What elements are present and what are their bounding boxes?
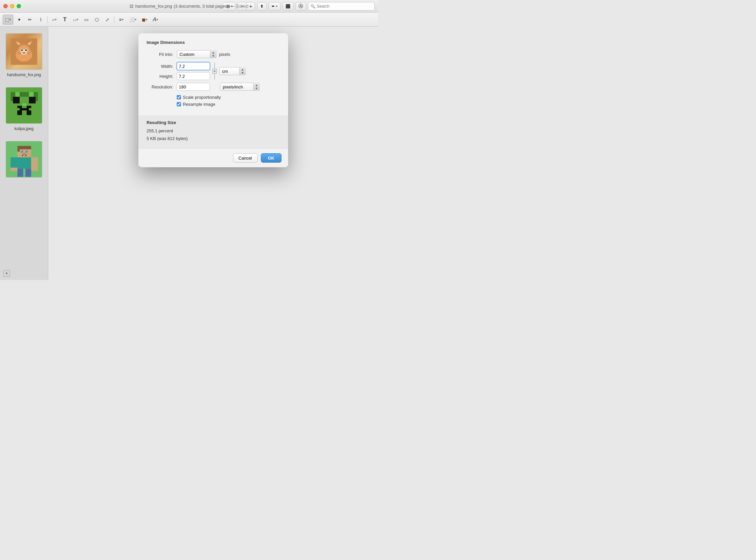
toolbar-separator-1 (47, 16, 47, 23)
ok-button[interactable]: OK (261, 153, 282, 163)
resolution-unit-select[interactable]: pixels/inch pixels/cm (220, 83, 260, 91)
fill-color-button[interactable]: ◼ ▾ (140, 15, 150, 25)
svg-rect-43 (25, 151, 27, 153)
fit-into-label: Fit into: (147, 52, 173, 57)
fit-into-select-wrapper: Custom Original Size Screen A4 Letter ▲▼ (177, 50, 217, 58)
transform-icon: ⤢ (105, 17, 110, 22)
dialog-footer: Cancel OK (138, 148, 288, 167)
add-document-button[interactable]: + (3, 270, 10, 277)
fill-arrow-icon: ▾ (146, 18, 148, 21)
color-fill-button[interactable]: ⬡ (92, 15, 101, 25)
sig-arrow-icon: ▾ (77, 18, 78, 21)
svg-rect-38 (17, 146, 31, 149)
content-area: Image Dimensions Fit into: Custom Origin… (48, 26, 378, 280)
unit-select-wrapper: cm mm inches pixels ▲▼ (219, 67, 246, 75)
magic-wand-button[interactable]: ✦ (15, 15, 24, 25)
resample-image-checkbox[interactable] (177, 102, 181, 106)
svg-rect-56 (214, 70, 216, 72)
signature-button[interactable]: ⌓ ▾ (71, 15, 80, 25)
svg-rect-25 (17, 106, 22, 108)
font-button[interactable]: A ▾ (151, 15, 160, 25)
cancel-button[interactable]: Cancel (233, 153, 257, 163)
stroke-arrow-icon: ▾ (135, 18, 136, 21)
doc-info-label: (3 documents, 3 total pages) (174, 4, 229, 9)
resulting-size-section: Resulting Size 255.1 percent 5 KB (was 8… (138, 115, 288, 148)
minimize-button[interactable] (10, 4, 14, 8)
rect-select-button[interactable]: ▭ (81, 15, 91, 25)
svg-rect-21 (11, 97, 13, 101)
close-button[interactable] (3, 4, 8, 8)
select-icon: ⬚ (5, 17, 9, 22)
traffic-lights (3, 4, 21, 8)
svg-rect-26 (26, 106, 31, 108)
scale-proportionally-label: Scale proportionally (183, 95, 221, 100)
svg-rect-24 (29, 97, 36, 104)
dialog-title: Image Dimensions (147, 40, 280, 45)
titlebar: 🖼 handsome_fox.png (3 documents, 3 total… (0, 0, 378, 13)
pencil-icon: ✏ (28, 17, 32, 22)
align-button[interactable]: ≡ ▾ (116, 15, 126, 25)
text-button[interactable]: T (60, 15, 70, 25)
markup-arrow-icon: ▾ (276, 4, 277, 8)
thumbnail-steve (6, 141, 42, 178)
stroke-button[interactable]: ⬜ ▾ (127, 15, 138, 25)
add-icon: + (5, 271, 8, 276)
fox-image (11, 38, 37, 65)
maximize-button[interactable] (17, 4, 21, 8)
unit-select[interactable]: cm mm inches pixels (219, 67, 246, 75)
transform-button[interactable]: ⤢ (103, 15, 112, 25)
markup-button[interactable]: ✒ ▾ (269, 2, 280, 11)
shapes-button[interactable]: ○ ▾ (50, 15, 59, 25)
fill-color-icon: ◼ (142, 17, 146, 22)
text-icon: T (63, 17, 66, 23)
lock-wrapper (211, 63, 218, 79)
scale-proportionally-row: Scale proportionally (147, 95, 280, 100)
share-button[interactable]: ⬆ (257, 2, 267, 11)
shapes-icon: ○ (52, 17, 55, 22)
list-item[interactable]: handsome_fox.png (3, 33, 44, 77)
svg-rect-22 (36, 97, 38, 101)
svg-rect-44 (23, 153, 26, 154)
width-row: Width: (147, 62, 210, 70)
rect-icon: ▭ (84, 17, 89, 22)
info-button[interactable]: Ⓐ (295, 2, 306, 11)
thumbnail-fox (6, 33, 42, 70)
height-label: Height: (147, 74, 173, 79)
svg-rect-42 (21, 151, 23, 153)
svg-rect-48 (11, 167, 18, 171)
pixels-label: pixels (219, 52, 230, 57)
width-input[interactable] (177, 62, 210, 70)
select-tool-button[interactable]: ⬚ ▾ (3, 15, 13, 25)
resolution-input[interactable] (177, 83, 210, 91)
svg-rect-33 (29, 92, 34, 97)
resample-image-label: Resample image (183, 102, 216, 107)
fit-into-select[interactable]: Custom Original Size Screen A4 Letter (177, 50, 217, 58)
dialog-body: Image Dimensions Fit into: Custom Origin… (138, 33, 288, 115)
search-input[interactable] (308, 2, 375, 11)
height-input[interactable] (177, 72, 210, 80)
steve-image (6, 141, 42, 178)
zoom-in-icon: + (249, 3, 252, 9)
svg-rect-39 (17, 149, 20, 152)
fit-into-row: Fit into: Custom Original Size Screen A4… (147, 50, 280, 58)
scale-proportionally-checkbox[interactable] (177, 95, 181, 99)
separator: — (230, 4, 235, 9)
res-unit-select-wrapper: pixels/inch pixels/cm ▲▼ (220, 83, 260, 91)
filename-label: handsome_fox.png (135, 4, 172, 9)
action-button[interactable]: ⬛ (283, 2, 293, 11)
wh-group: Width: Height: (147, 62, 280, 80)
svg-rect-20 (34, 92, 38, 97)
main-area: handsome_fox.png (0, 26, 378, 280)
svg-rect-52 (22, 155, 23, 156)
width-label: Width: (147, 64, 173, 69)
list-item[interactable]: kulipa.jpeg (3, 87, 44, 131)
select-arrow-icon: ▾ (9, 18, 11, 21)
resulting-percent: 255.1 percent (147, 128, 280, 133)
brush-button[interactable]: ⌇ (36, 15, 45, 25)
pencil-button[interactable]: ✏ (25, 15, 35, 25)
list-item[interactable] (3, 141, 44, 180)
svg-point-10 (21, 49, 23, 51)
svg-rect-27 (20, 108, 29, 111)
svg-rect-45 (22, 154, 26, 155)
shapes-arrow-icon: ▾ (55, 18, 57, 21)
